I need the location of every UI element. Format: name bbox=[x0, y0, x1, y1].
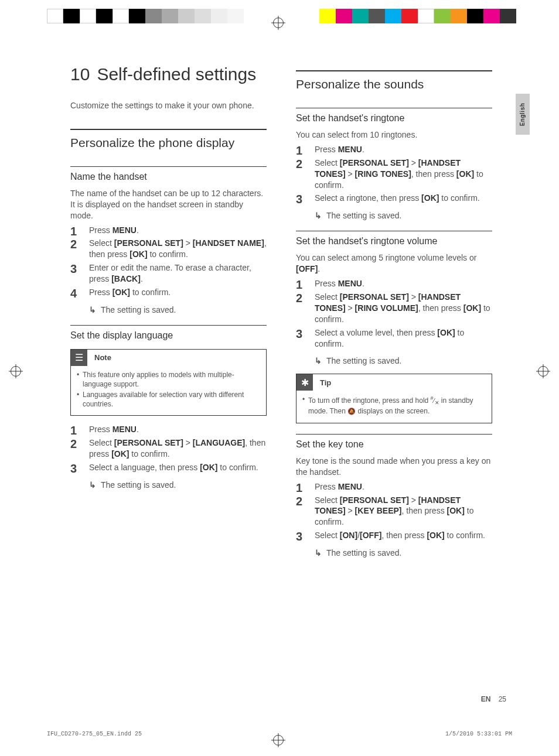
note-item: This feature only applies to models with… bbox=[74, 371, 260, 389]
chapter-text: Self-defined settings bbox=[97, 64, 256, 84]
name-handset-steps: Press MENU. Select [PERSONAL SET] > [HAN… bbox=[70, 225, 267, 298]
result-arrow-icon: ↳ bbox=[315, 211, 322, 220]
key-tone-body: Key tone is the sound made when you pres… bbox=[296, 456, 492, 478]
page-footer: EN 25 bbox=[481, 695, 506, 703]
step-1: Press MENU. bbox=[70, 225, 267, 236]
result-arrow-icon: ↳ bbox=[315, 356, 322, 365]
step-3: Select a language, then press [OK] to co… bbox=[70, 462, 267, 473]
result-line: ↳The setting is saved. bbox=[315, 548, 492, 557]
chapter-intro: Customize the settings to make it your o… bbox=[70, 100, 267, 111]
step-1: Press MENU. bbox=[70, 424, 267, 435]
print-footer-timestamp: 1/5/2010 5:33:01 PM bbox=[445, 731, 512, 737]
step-2: Select [PERSONAL SET] > [HANDSET TONES] … bbox=[296, 158, 492, 191]
registration-mark-top bbox=[273, 18, 284, 28]
registration-mark-left bbox=[11, 366, 21, 377]
colorbar-right bbox=[319, 9, 516, 23]
ringtone-body: You can select from 10 ringtones. bbox=[296, 129, 492, 141]
sub-key-tone: Set the key tone bbox=[296, 434, 492, 450]
tip-icon: ✱ bbox=[296, 374, 313, 391]
key-tone-steps: Press MENU. Select [PERSONAL SET] > [HAN… bbox=[296, 481, 492, 541]
colorbar-left bbox=[47, 9, 244, 23]
right-column: Personalize the sounds Set the handset's… bbox=[296, 64, 492, 562]
page-content: 10 Self-defined settings Customize the s… bbox=[70, 64, 492, 562]
result-line: ↳The setting is saved. bbox=[89, 480, 267, 490]
step-1: Press MENU. bbox=[296, 278, 492, 289]
result-arrow-icon: ↳ bbox=[315, 548, 322, 557]
left-column: 10 Self-defined settings Customize the s… bbox=[70, 64, 267, 562]
result-line: ↳The setting is saved. bbox=[315, 356, 492, 365]
step-1: Press MENU. bbox=[296, 481, 492, 492]
section-personalize-sounds: Personalize the sounds bbox=[296, 70, 492, 91]
sub-name-handset: Name the handset bbox=[70, 166, 267, 182]
result-line: ↳The setting is saved. bbox=[315, 211, 492, 220]
language-tab: English bbox=[516, 94, 530, 135]
step-3: Select a ringtone, then press [OK] to co… bbox=[296, 193, 492, 204]
step-1: Press MENU. bbox=[296, 144, 492, 155]
tip-item: To turn off the ringtone, press and hold… bbox=[300, 395, 486, 416]
sub-handset-ringtone: Set the handset's ringtone bbox=[296, 108, 492, 124]
step-3: Select [ON]/[OFF], then press [OK] to co… bbox=[296, 530, 492, 541]
print-footer: IFU_CD270-275_05_EN.indd 25 1/5/2010 5:3… bbox=[47, 731, 512, 737]
step-4: Press [OK] to confirm. bbox=[70, 287, 267, 298]
step-3: Enter or edit the name. To erase a chara… bbox=[70, 262, 267, 285]
sub-ringtone-volume: Set the handset's ringtone volume bbox=[296, 231, 492, 247]
note-icon: ☰ bbox=[71, 350, 87, 366]
chapter-number: 10 bbox=[70, 64, 90, 84]
display-language-steps: Press MENU. Select [PERSONAL SET] > [LAN… bbox=[70, 424, 267, 473]
tip-label: Tip bbox=[313, 378, 331, 387]
ringtone-steps: Press MENU. Select [PERSONAL SET] > [HAN… bbox=[296, 144, 492, 204]
sub-display-language: Set the display language bbox=[70, 325, 267, 341]
registration-mark-right bbox=[538, 366, 548, 377]
step-2: Select [PERSONAL SET] > [HANDSET TONES] … bbox=[296, 495, 492, 528]
footer-page-number: 25 bbox=[499, 695, 506, 703]
section-personalize-display: Personalize the phone display bbox=[70, 129, 267, 150]
step-2: Select [PERSONAL SET] > [HANDSET TONES] … bbox=[296, 292, 492, 325]
note-item: Languages available for selection vary w… bbox=[74, 391, 260, 409]
ringtone-volume-body: You can select among 5 ringtone volume l… bbox=[296, 252, 492, 275]
step-2: Select [PERSONAL SET] > [LANGUAGE], then… bbox=[70, 437, 267, 460]
name-handset-body: The name of the handset can be up to 12 … bbox=[70, 188, 267, 221]
result-arrow-icon: ↳ bbox=[89, 480, 96, 490]
step-3: Select a volume level, then press [OK] t… bbox=[296, 327, 492, 350]
result-arrow-icon: ↳ bbox=[89, 305, 96, 314]
note-label: Note bbox=[87, 353, 111, 362]
note-box: ☰ Note This feature only applies to mode… bbox=[70, 349, 267, 416]
step-2: Select [PERSONAL SET] > [HANDSET NAME], … bbox=[70, 238, 267, 260]
result-line: ↳The setting is saved. bbox=[89, 305, 267, 314]
print-footer-file: IFU_CD270-275_05_EN.indd 25 bbox=[47, 731, 142, 737]
tip-box: ✱ Tip To turn off the ringtone, press an… bbox=[296, 374, 492, 423]
footer-lang: EN bbox=[481, 695, 491, 703]
ringer-off-icon: 🔕 bbox=[347, 407, 356, 415]
ringtone-volume-steps: Press MENU. Select [PERSONAL SET] > [HAN… bbox=[296, 278, 492, 349]
chapter-title: 10 Self-defined settings bbox=[70, 64, 267, 84]
hash-key-icon: #⁄✕ bbox=[431, 395, 439, 407]
